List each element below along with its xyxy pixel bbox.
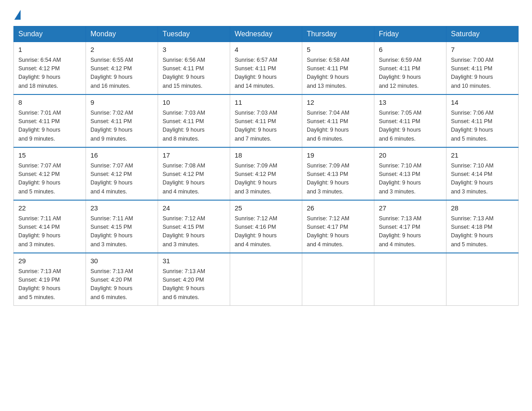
calendar-cell: 7Sunrise: 7:00 AMSunset: 4:11 PMDaylight… bbox=[446, 42, 519, 95]
day-number: 31 bbox=[163, 256, 225, 266]
day-info: Sunrise: 6:59 AMSunset: 4:11 PMDaylight:… bbox=[379, 56, 442, 91]
weekday-header-tuesday: Tuesday bbox=[158, 26, 230, 42]
calendar-cell: 11Sunrise: 7:03 AMSunset: 4:11 PMDayligh… bbox=[230, 94, 302, 147]
calendar-cell: 16Sunrise: 7:07 AMSunset: 4:12 PMDayligh… bbox=[86, 147, 158, 200]
calendar-cell: 29Sunrise: 7:13 AMSunset: 4:19 PMDayligh… bbox=[14, 253, 86, 306]
day-number: 21 bbox=[451, 150, 514, 161]
calendar-cell: 2Sunrise: 6:55 AMSunset: 4:12 PMDaylight… bbox=[86, 42, 158, 95]
day-number: 13 bbox=[379, 98, 442, 108]
day-number: 22 bbox=[18, 203, 81, 214]
day-number: 2 bbox=[90, 45, 153, 55]
weekday-header-friday: Friday bbox=[374, 26, 446, 42]
calendar-cell: 27Sunrise: 7:13 AMSunset: 4:17 PMDayligh… bbox=[374, 200, 446, 253]
day-info: Sunrise: 7:09 AMSunset: 4:12 PMDaylight:… bbox=[235, 162, 297, 197]
day-info: Sunrise: 7:10 AMSunset: 4:14 PMDaylight:… bbox=[451, 162, 514, 197]
day-info: Sunrise: 7:03 AMSunset: 4:11 PMDaylight:… bbox=[163, 109, 225, 144]
day-number: 9 bbox=[90, 98, 153, 108]
calendar-body: 1Sunrise: 6:54 AMSunset: 4:12 PMDaylight… bbox=[14, 42, 519, 306]
day-info: Sunrise: 7:04 AMSunset: 4:11 PMDaylight:… bbox=[307, 109, 369, 144]
day-info: Sunrise: 7:01 AMSunset: 4:11 PMDaylight:… bbox=[18, 109, 81, 144]
calendar-cell: 8Sunrise: 7:01 AMSunset: 4:11 PMDaylight… bbox=[14, 94, 86, 147]
day-info: Sunrise: 6:57 AMSunset: 4:11 PMDaylight:… bbox=[235, 56, 297, 91]
calendar-cell: 3Sunrise: 6:56 AMSunset: 4:11 PMDaylight… bbox=[158, 42, 230, 95]
day-number: 25 bbox=[235, 203, 297, 214]
calendar-cell: 12Sunrise: 7:04 AMSunset: 4:11 PMDayligh… bbox=[302, 94, 374, 147]
day-number: 11 bbox=[235, 98, 297, 108]
calendar-header: SundayMondayTuesdayWednesdayThursdayFrid… bbox=[14, 26, 519, 42]
day-info: Sunrise: 7:12 AMSunset: 4:16 PMDaylight:… bbox=[235, 214, 297, 249]
day-info: Sunrise: 7:00 AMSunset: 4:11 PMDaylight:… bbox=[451, 56, 514, 91]
day-info: Sunrise: 7:11 AMSunset: 4:15 PMDaylight:… bbox=[90, 214, 153, 249]
day-number: 29 bbox=[18, 256, 81, 266]
calendar-week-row: 8Sunrise: 7:01 AMSunset: 4:11 PMDaylight… bbox=[14, 94, 519, 147]
day-number: 23 bbox=[90, 203, 153, 214]
day-info: Sunrise: 7:08 AMSunset: 4:12 PMDaylight:… bbox=[163, 162, 225, 197]
day-number: 10 bbox=[163, 98, 225, 108]
day-number: 8 bbox=[18, 98, 81, 108]
weekday-header-thursday: Thursday bbox=[302, 26, 374, 42]
day-number: 28 bbox=[451, 203, 514, 214]
day-number: 1 bbox=[18, 45, 81, 55]
day-info: Sunrise: 7:13 AMSunset: 4:20 PMDaylight:… bbox=[163, 267, 225, 302]
calendar-week-row: 22Sunrise: 7:11 AMSunset: 4:14 PMDayligh… bbox=[14, 200, 519, 253]
calendar-cell: 15Sunrise: 7:07 AMSunset: 4:12 PMDayligh… bbox=[14, 147, 86, 200]
logo bbox=[13, 9, 21, 18]
day-info: Sunrise: 7:13 AMSunset: 4:19 PMDaylight:… bbox=[18, 267, 81, 302]
calendar-cell: 17Sunrise: 7:08 AMSunset: 4:12 PMDayligh… bbox=[158, 147, 230, 200]
day-info: Sunrise: 7:13 AMSunset: 4:17 PMDaylight:… bbox=[379, 214, 442, 249]
calendar-cell: 28Sunrise: 7:13 AMSunset: 4:18 PMDayligh… bbox=[446, 200, 519, 253]
header bbox=[13, 9, 519, 18]
weekday-header-wednesday: Wednesday bbox=[230, 26, 302, 42]
calendar-week-row: 15Sunrise: 7:07 AMSunset: 4:12 PMDayligh… bbox=[14, 147, 519, 200]
weekday-header-monday: Monday bbox=[86, 26, 158, 42]
day-info: Sunrise: 7:05 AMSunset: 4:11 PMDaylight:… bbox=[379, 109, 442, 144]
day-number: 27 bbox=[379, 203, 442, 214]
logo-triangle-icon bbox=[14, 10, 21, 20]
day-number: 26 bbox=[307, 203, 369, 214]
calendar-cell bbox=[374, 253, 446, 306]
calendar-week-row: 1Sunrise: 6:54 AMSunset: 4:12 PMDaylight… bbox=[14, 42, 519, 95]
day-number: 6 bbox=[379, 45, 442, 55]
day-info: Sunrise: 7:07 AMSunset: 4:12 PMDaylight:… bbox=[18, 162, 81, 197]
calendar-cell: 9Sunrise: 7:02 AMSunset: 4:11 PMDaylight… bbox=[86, 94, 158, 147]
day-number: 24 bbox=[163, 203, 225, 214]
day-info: Sunrise: 7:12 AMSunset: 4:17 PMDaylight:… bbox=[307, 214, 369, 249]
calendar-week-row: 29Sunrise: 7:13 AMSunset: 4:19 PMDayligh… bbox=[14, 253, 519, 306]
calendar-cell: 4Sunrise: 6:57 AMSunset: 4:11 PMDaylight… bbox=[230, 42, 302, 95]
calendar-cell: 18Sunrise: 7:09 AMSunset: 4:12 PMDayligh… bbox=[230, 147, 302, 200]
day-number: 7 bbox=[451, 45, 514, 55]
day-number: 19 bbox=[307, 150, 369, 161]
day-info: Sunrise: 7:13 AMSunset: 4:20 PMDaylight:… bbox=[90, 267, 153, 302]
day-number: 30 bbox=[90, 256, 153, 266]
day-number: 17 bbox=[163, 150, 225, 161]
day-info: Sunrise: 7:10 AMSunset: 4:13 PMDaylight:… bbox=[379, 162, 442, 197]
calendar-cell: 5Sunrise: 6:58 AMSunset: 4:11 PMDaylight… bbox=[302, 42, 374, 95]
day-info: Sunrise: 6:55 AMSunset: 4:12 PMDaylight:… bbox=[90, 56, 153, 91]
calendar-cell: 6Sunrise: 6:59 AMSunset: 4:11 PMDaylight… bbox=[374, 42, 446, 95]
day-info: Sunrise: 7:03 AMSunset: 4:11 PMDaylight:… bbox=[235, 109, 297, 144]
day-info: Sunrise: 6:56 AMSunset: 4:11 PMDaylight:… bbox=[163, 56, 225, 91]
day-info: Sunrise: 7:09 AMSunset: 4:13 PMDaylight:… bbox=[307, 162, 369, 197]
calendar-cell: 10Sunrise: 7:03 AMSunset: 4:11 PMDayligh… bbox=[158, 94, 230, 147]
calendar-cell: 31Sunrise: 7:13 AMSunset: 4:20 PMDayligh… bbox=[158, 253, 230, 306]
calendar-cell bbox=[446, 253, 519, 306]
day-info: Sunrise: 7:12 AMSunset: 4:15 PMDaylight:… bbox=[163, 214, 225, 249]
weekday-header-saturday: Saturday bbox=[446, 26, 519, 42]
calendar-cell: 13Sunrise: 7:05 AMSunset: 4:11 PMDayligh… bbox=[374, 94, 446, 147]
calendar-cell: 20Sunrise: 7:10 AMSunset: 4:13 PMDayligh… bbox=[374, 147, 446, 200]
day-number: 15 bbox=[18, 150, 81, 161]
weekday-header-row: SundayMondayTuesdayWednesdayThursdayFrid… bbox=[14, 26, 519, 42]
weekday-header-sunday: Sunday bbox=[14, 26, 86, 42]
day-number: 14 bbox=[451, 98, 514, 108]
day-number: 16 bbox=[90, 150, 153, 161]
calendar-cell: 19Sunrise: 7:09 AMSunset: 4:13 PMDayligh… bbox=[302, 147, 374, 200]
calendar-table: SundayMondayTuesdayWednesdayThursdayFrid… bbox=[13, 26, 519, 306]
day-number: 4 bbox=[235, 45, 297, 55]
day-info: Sunrise: 7:02 AMSunset: 4:11 PMDaylight:… bbox=[90, 109, 153, 144]
day-number: 3 bbox=[163, 45, 225, 55]
calendar-cell: 1Sunrise: 6:54 AMSunset: 4:12 PMDaylight… bbox=[14, 42, 86, 95]
calendar-cell: 25Sunrise: 7:12 AMSunset: 4:16 PMDayligh… bbox=[230, 200, 302, 253]
calendar-cell: 22Sunrise: 7:11 AMSunset: 4:14 PMDayligh… bbox=[14, 200, 86, 253]
day-info: Sunrise: 7:13 AMSunset: 4:18 PMDaylight:… bbox=[451, 214, 514, 249]
day-info: Sunrise: 7:06 AMSunset: 4:11 PMDaylight:… bbox=[451, 109, 514, 144]
